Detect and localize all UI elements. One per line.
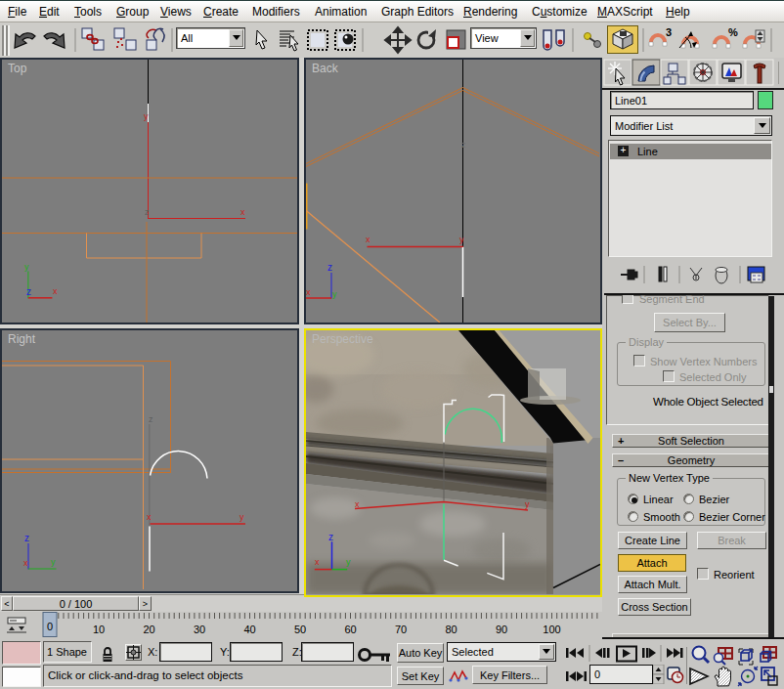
svg-text:y: y [24,262,29,272]
svg-text:x: x [306,287,311,297]
svg-text:z: z [327,262,332,273]
svg-text:90: 90 [496,624,507,635]
svg-text:y: y [459,235,464,244]
svg-text:0: 0 [47,621,53,632]
svg-text:y: y [346,557,351,567]
svg-text:80: 80 [445,624,457,635]
svg-text:y: y [525,499,530,509]
svg-text:z: z [328,532,333,542]
svg-text:y: y [332,289,337,299]
svg-text:%: % [728,26,738,38]
svg-text:z: z [461,140,466,150]
svg-text:y: y [240,512,244,522]
svg-text:30: 30 [194,624,205,635]
svg-text:x: x [23,558,28,568]
svg-text:x: x [53,286,58,296]
svg-text:z: z [145,207,150,217]
svg-text:40: 40 [243,624,255,635]
svg-text:y: y [51,557,56,567]
svg-text:x: x [315,557,320,567]
svg-text:100: 100 [543,624,560,635]
svg-text:x: x [240,207,245,217]
svg-text:y: y [144,111,149,121]
svg-text:x: x [147,512,152,522]
svg-text:x: x [355,499,360,509]
svg-text:z: z [149,414,153,424]
svg-text:3: 3 [666,26,672,38]
svg-text:70: 70 [395,624,407,635]
svg-text:z: z [24,533,29,543]
svg-text:60: 60 [344,624,356,635]
svg-text:50: 50 [294,624,306,635]
svg-text:10: 10 [93,624,105,635]
svg-text:x: x [366,235,370,244]
svg-text:20: 20 [143,624,154,635]
svg-text:z: z [26,286,31,297]
